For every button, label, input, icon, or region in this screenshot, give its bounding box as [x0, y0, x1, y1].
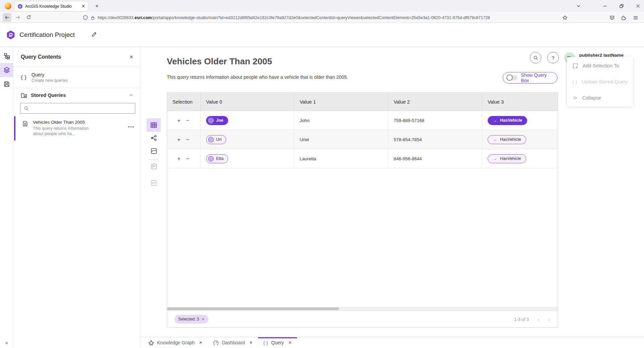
horizontal-scrollbar[interactable] — [167, 307, 558, 311]
save-icon[interactable] — [0, 77, 13, 91]
shield-icon[interactable] — [83, 15, 88, 20]
menu-item-collapse[interactable]: Collapse — [567, 90, 633, 106]
link-chart-view-button[interactable] — [147, 131, 161, 144]
cell-value[interactable]: Uriel — [294, 130, 388, 149]
query-item-subtitle: Create new queries — [32, 78, 68, 83]
new-tab-button[interactable]: + — [95, 3, 99, 9]
menu-hamburger-icon[interactable] — [631, 13, 640, 22]
edit-title-pencil-icon[interactable] — [91, 32, 97, 37]
relationship-pill[interactable]: →HasVehicle — [488, 116, 527, 125]
url-text[interactable]: https://dev0028833.esri.com/portal/apps/… — [98, 15, 560, 20]
project-title: Certification Project — [19, 31, 75, 39]
column-header[interactable]: Value 1 — [294, 93, 388, 111]
close-tab-icon[interactable]: ✕ — [288, 340, 292, 345]
lock-icon[interactable] — [91, 15, 95, 20]
column-header[interactable]: Value 0 — [201, 93, 294, 111]
selection-chip[interactable]: Selected: 3 ✕ — [175, 315, 208, 324]
collapse-chevron-icon[interactable] — [129, 93, 133, 97]
panel-title: Query Contents — [21, 54, 129, 60]
tab-close-icon[interactable]: ✕ — [82, 4, 85, 9]
cell-value[interactable]: John — [294, 111, 388, 130]
list-tabs-chevron-icon[interactable] — [574, 2, 583, 10]
scrollbar-thumb[interactable] — [167, 307, 339, 310]
link-chart-icon — [151, 135, 157, 141]
pocket-icon[interactable] — [608, 13, 616, 22]
table-row[interactable]: +− Etta Lauretta 846-956-8644 →HasVehicl… — [167, 149, 558, 168]
remove-from-selection-button[interactable]: − — [186, 156, 189, 162]
toggle-switch[interactable] — [507, 75, 517, 80]
panel-close-icon[interactable]: ✕ — [129, 54, 133, 60]
stored-query-doc-icon — [22, 121, 28, 127]
cell-value[interactable]: 846-956-8644 — [388, 149, 482, 168]
dashboard-gauge-icon — [213, 340, 219, 346]
add-to-selection-button[interactable]: + — [177, 118, 181, 123]
entity-pill[interactable]: Joe — [206, 116, 228, 125]
previous-page-chevron-icon[interactable]: ‹ — [538, 316, 539, 322]
relationship-pill[interactable]: →HasVehicle — [488, 154, 526, 163]
entity-pill[interactable]: Etta — [206, 154, 228, 163]
show-query-box-label: Show Query Box — [521, 72, 553, 83]
column-header[interactable]: Value 2 — [388, 93, 482, 111]
query-create-item[interactable]: { } Query Create new queries — [13, 67, 140, 88]
query-title: Vehicles Older Than 2005 — [167, 56, 272, 67]
menu-item-update-stored-query[interactable]: { } Update Stored Query — [567, 74, 633, 90]
search-button[interactable] — [530, 52, 541, 63]
search-input[interactable] — [31, 106, 132, 111]
cell-value[interactable]: 578-654-7854 — [388, 130, 482, 149]
knowledge-graph-icon — [148, 340, 154, 346]
arrow-right-icon: → — [493, 118, 497, 123]
cell-value[interactable]: 759-889-57168 — [388, 111, 482, 130]
forward-button[interactable] — [13, 13, 22, 22]
map-view-button[interactable] — [147, 144, 161, 158]
tab-query[interactable]: { } Query ✕ — [258, 337, 297, 348]
firefox-icon[interactable] — [5, 3, 11, 9]
url-bar[interactable]: https://dev0028833.esri.com/portal/apps/… — [80, 13, 571, 22]
entity-node-icon — [208, 156, 214, 162]
knowledge-studio-logo — [6, 30, 15, 40]
stored-query-item[interactable]: Vehicles Older Than 2005 This query retu… — [13, 116, 140, 140]
browser-tab[interactable]: ArcGIS Knowledge Studio ✕ — [15, 1, 88, 11]
new-link-chart-from-selection-button[interactable] — [147, 160, 161, 173]
query-item-title: Query — [32, 72, 68, 77]
close-tab-icon[interactable]: ✕ — [249, 340, 253, 345]
menu-item-add-selection-to[interactable]: Add Selection To — [567, 58, 633, 74]
clear-selection-icon[interactable]: ✕ — [202, 317, 205, 322]
arrow-right-icon: → — [493, 156, 497, 161]
cell-value[interactable]: Lauretta — [294, 149, 388, 168]
data-model-icon[interactable] — [0, 49, 13, 63]
map-icon — [151, 148, 157, 154]
contents-layers-icon[interactable] — [0, 63, 13, 77]
tab-knowledge-graph[interactable]: Knowledge Graph ✕ — [143, 337, 208, 348]
window-restore-button[interactable] — [617, 2, 626, 10]
table-view-button[interactable] — [147, 118, 161, 132]
back-button[interactable] — [3, 13, 11, 22]
help-button[interactable]: ? — [547, 52, 559, 63]
column-header[interactable]: Selection — [167, 93, 201, 111]
tab-dashboard[interactable]: Dashboard ✕ — [208, 337, 258, 348]
show-query-box-toggle[interactable]: Show Query Box — [503, 72, 557, 83]
column-header[interactable]: Value 3 — [482, 93, 558, 111]
arrow-right-icon: → — [493, 137, 497, 142]
window-minimize-button[interactable] — [600, 2, 610, 10]
table-row[interactable]: +− Uri Uriel 578-654-7854 →HasVehicle — [167, 130, 558, 149]
bookmark-star-icon[interactable] — [562, 15, 567, 20]
new-map-from-selection-button[interactable] — [147, 176, 161, 189]
close-tab-icon[interactable]: ✕ — [199, 340, 202, 345]
entity-pill[interactable]: Uri — [206, 135, 226, 144]
search-icon — [533, 55, 538, 60]
table-row[interactable]: +− Joe John 759-889-57168 →HasVehicle — [167, 111, 558, 130]
stored-queries-header[interactable]: Stored Queries — [13, 88, 140, 102]
remove-from-selection-button[interactable]: − — [186, 118, 189, 123]
remove-from-selection-button[interactable]: − — [186, 137, 189, 142]
reload-button[interactable] — [24, 13, 33, 22]
next-page-chevron-icon[interactable]: › — [548, 316, 550, 322]
add-to-selection-button[interactable]: + — [177, 156, 181, 162]
stored-queries-search[interactable] — [20, 103, 135, 114]
add-to-selection-button[interactable]: + — [177, 137, 181, 142]
window-close-button[interactable] — [633, 2, 643, 10]
extensions-puzzle-icon[interactable] — [619, 13, 628, 22]
expand-rail-icon[interactable]: » — [0, 340, 13, 345]
stored-query-options-icon[interactable]: ••• — [128, 124, 135, 129]
relationship-pill[interactable]: →HasVehicle — [488, 135, 526, 144]
selection-map-icon — [151, 180, 157, 186]
